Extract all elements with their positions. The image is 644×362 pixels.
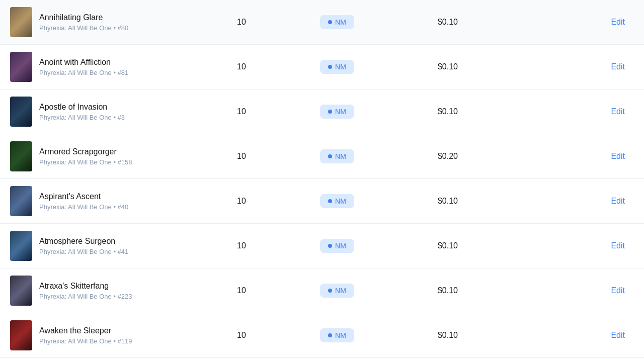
table-row: Atraxa's Skitterfang Phyrexia: All Will …: [0, 268, 644, 313]
condition-dot: [328, 154, 332, 158]
quantity: 10: [201, 18, 282, 27]
card-info: Atraxa's Skitterfang Phyrexia: All Will …: [10, 276, 201, 306]
condition-column: NM: [282, 105, 392, 119]
card-thumbnail: [10, 141, 32, 171]
condition-badge: NM: [320, 149, 354, 163]
svg-rect-2: [10, 97, 32, 127]
card-text: Aspirant's Ascent Phyrexia: All Will Be …: [39, 192, 128, 211]
condition-column: NM: [282, 60, 392, 74]
card-set: Phyrexia: All Will Be One • #223: [39, 293, 132, 300]
price: $0.10: [392, 62, 503, 71]
svg-rect-0: [10, 7, 32, 37]
edit-button[interactable]: Edit: [607, 195, 629, 208]
card-set: Phyrexia: All Will Be One • #158: [39, 158, 132, 166]
edit-column: Edit: [503, 195, 634, 208]
svg-rect-3: [10, 141, 32, 171]
svg-rect-6: [10, 276, 32, 306]
condition-dot: [328, 333, 332, 337]
card-text: Armored Scrapgorger Phyrexia: All Will B…: [39, 147, 132, 166]
price: $0.10: [392, 286, 503, 295]
card-text: Annihilating Glare Phyrexia: All Will Be…: [39, 13, 128, 32]
card-info: Annihilating Glare Phyrexia: All Will Be…: [10, 7, 201, 37]
svg-rect-7: [10, 320, 32, 350]
condition-dot: [328, 289, 332, 293]
condition-dot: [328, 110, 332, 114]
quantity: 10: [201, 331, 282, 340]
edit-button[interactable]: Edit: [607, 16, 629, 29]
card-thumbnail: [10, 320, 32, 350]
condition-badge: NM: [320, 60, 354, 74]
card-text: Apostle of Invasion Phyrexia: All Will B…: [39, 103, 125, 121]
table-row: Atmosphere Surgeon Phyrexia: All Will Be…: [0, 224, 644, 268]
edit-column: Edit: [503, 105, 634, 118]
table-row: Anoint with Affliction Phyrexia: All Wil…: [0, 45, 644, 89]
inventory-table: Annihilating Glare Phyrexia: All Will Be…: [0, 0, 644, 358]
condition-badge: NM: [320, 15, 354, 29]
edit-button[interactable]: Edit: [607, 239, 629, 252]
quantity: 10: [201, 241, 282, 250]
quantity: 10: [201, 152, 282, 161]
condition-column: NM: [282, 15, 392, 29]
condition-dot: [328, 199, 332, 203]
card-info: Apostle of Invasion Phyrexia: All Will B…: [10, 97, 201, 127]
edit-button[interactable]: Edit: [607, 150, 629, 163]
card-name: Armored Scrapgorger: [39, 147, 132, 156]
condition-label: NM: [335, 287, 346, 295]
price: $0.20: [392, 152, 503, 161]
card-name: Awaken the Sleeper: [39, 326, 132, 335]
price: $0.10: [392, 18, 503, 27]
card-name: Annihilating Glare: [39, 13, 128, 22]
edit-button[interactable]: Edit: [607, 284, 629, 297]
svg-rect-1: [10, 52, 32, 82]
condition-badge: NM: [320, 284, 354, 298]
card-set: Phyrexia: All Will Be One • #119: [39, 337, 132, 345]
condition-label: NM: [335, 331, 346, 339]
price: $0.10: [392, 107, 503, 116]
card-text: Awaken the Sleeper Phyrexia: All Will Be…: [39, 326, 132, 345]
edit-column: Edit: [503, 329, 634, 342]
condition-column: NM: [282, 328, 392, 342]
card-text: Atraxa's Skitterfang Phyrexia: All Will …: [39, 282, 132, 300]
card-name: Atmosphere Surgeon: [39, 237, 128, 246]
table-row: Armored Scrapgorger Phyrexia: All Will B…: [0, 134, 644, 179]
condition-column: NM: [282, 284, 392, 298]
quantity: 10: [201, 107, 282, 116]
card-set: Phyrexia: All Will Be One • #80: [39, 24, 128, 32]
condition-label: NM: [335, 63, 346, 71]
edit-column: Edit: [503, 239, 634, 252]
edit-button[interactable]: Edit: [607, 60, 629, 73]
card-set: Phyrexia: All Will Be One • #40: [39, 203, 128, 211]
condition-column: NM: [282, 149, 392, 163]
table-row: Aspirant's Ascent Phyrexia: All Will Be …: [0, 179, 644, 224]
card-name: Anoint with Affliction: [39, 58, 128, 67]
edit-column: Edit: [503, 284, 634, 297]
card-thumbnail: [10, 7, 32, 37]
condition-dot: [328, 20, 332, 24]
edit-column: Edit: [503, 60, 634, 73]
table-row: Awaken the Sleeper Phyrexia: All Will Be…: [0, 313, 644, 358]
card-thumbnail: [10, 276, 32, 306]
card-text: Atmosphere Surgeon Phyrexia: All Will Be…: [39, 237, 128, 255]
quantity: 10: [201, 197, 282, 206]
card-info: Awaken the Sleeper Phyrexia: All Will Be…: [10, 320, 201, 350]
card-set: Phyrexia: All Will Be One • #81: [39, 69, 128, 76]
condition-column: NM: [282, 194, 392, 208]
condition-label: NM: [335, 152, 346, 160]
card-info: Atmosphere Surgeon Phyrexia: All Will Be…: [10, 231, 201, 261]
edit-column: Edit: [503, 16, 634, 29]
condition-badge: NM: [320, 328, 354, 342]
card-info: Armored Scrapgorger Phyrexia: All Will B…: [10, 141, 201, 171]
edit-button[interactable]: Edit: [607, 105, 629, 118]
card-info: Anoint with Affliction Phyrexia: All Wil…: [10, 52, 201, 82]
card-set: Phyrexia: All Will Be One • #3: [39, 114, 125, 121]
condition-label: NM: [335, 108, 346, 116]
condition-label: NM: [335, 18, 346, 26]
svg-rect-4: [10, 186, 32, 216]
svg-rect-5: [10, 231, 32, 261]
card-set: Phyrexia: All Will Be One • #41: [39, 248, 128, 255]
card-thumbnail: [10, 231, 32, 261]
price: $0.10: [392, 197, 503, 206]
price: $0.10: [392, 331, 503, 340]
card-thumbnail: [10, 97, 32, 127]
edit-button[interactable]: Edit: [607, 329, 629, 342]
